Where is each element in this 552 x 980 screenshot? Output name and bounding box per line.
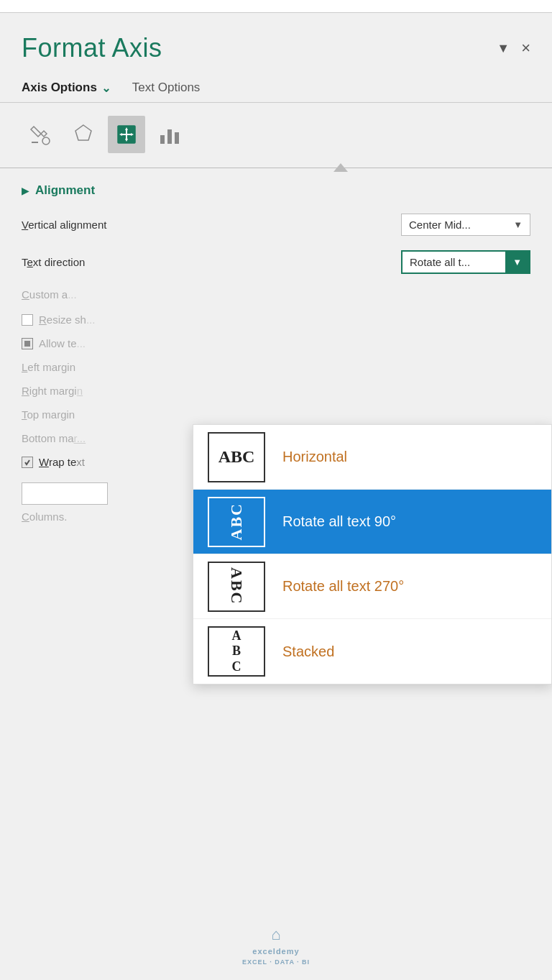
- section-collapse-arrow: ▶: [22, 185, 29, 196]
- icon-toolbar: [0, 103, 552, 160]
- axis-options-label: Axis Options: [22, 81, 97, 95]
- resize-shape-checkbox[interactable]: [22, 314, 33, 326]
- text-direction-dropdown-arrow: ▼: [505, 252, 529, 273]
- panel: Format Axis ▼ × Axis Options ⌄ Text Opti…: [0, 0, 552, 980]
- svg-rect-10: [167, 129, 172, 144]
- tab-text-options[interactable]: Text Options: [132, 73, 201, 102]
- dropdown-item-rotate270[interactable]: ABC Rotate all text 270°: [193, 554, 551, 619]
- allow-text-row: Allow te...: [22, 331, 530, 355]
- left-margin-row: Left margin: [22, 355, 530, 379]
- footer-watermark: ⌂ exceldemy EXCEL · DATA · BI: [242, 925, 310, 966]
- svg-rect-11: [175, 132, 179, 144]
- nav-tabs: Axis Options ⌄ Text Options: [0, 73, 552, 103]
- top-margin-label: Top margin: [22, 408, 75, 421]
- close-icon[interactable]: ×: [521, 39, 530, 58]
- resize-shape-row: Resize sh...: [22, 308, 530, 331]
- vertical-alignment-select[interactable]: Center Mid... ▼: [401, 214, 530, 236]
- section-title-alignment: Alignment: [35, 183, 95, 198]
- vertical-alignment-label: Vertical alignment: [22, 219, 106, 231]
- header-controls: ▼ ×: [497, 39, 530, 58]
- rotate270-label: Rotate all text 270°: [282, 578, 404, 595]
- svg-point-0: [42, 137, 50, 145]
- rotate90-label: Rotate all text 90°: [282, 513, 396, 530]
- top-margin-row: Top margin: [22, 403, 530, 426]
- dropdown-item-rotate90[interactable]: ABC Rotate all text 90°: [193, 490, 551, 554]
- fill-line-icon-button[interactable]: [22, 116, 59, 153]
- page-title: Format Axis: [22, 33, 162, 63]
- bottom-margin-label: Bottom mar...: [22, 432, 86, 444]
- allow-text-checkbox[interactable]: [22, 338, 33, 349]
- stacked-icon: A B C: [208, 626, 265, 677]
- wrap-text-checkbox[interactable]: [22, 457, 33, 468]
- watermark-icon: ⌂: [271, 925, 280, 944]
- svg-rect-12: [24, 341, 30, 347]
- custom-angle-label: Custom a...: [22, 288, 77, 301]
- text-direction-dropdown: ABC Horizontal ABC Rotate all text 90° A…: [193, 424, 552, 684]
- size-properties-icon-button[interactable]: [108, 116, 145, 153]
- right-margin-label: Right margin: [22, 385, 83, 397]
- text-direction-value: Rotate all t...: [402, 252, 505, 273]
- dropdown-item-horizontal[interactable]: ABC Horizontal: [193, 425, 551, 490]
- tab-axis-options[interactable]: Axis Options ⌄: [22, 73, 111, 102]
- header-dropdown-icon[interactable]: ▼: [497, 41, 510, 56]
- section-header-alignment[interactable]: ▶ Alignment: [22, 172, 530, 206]
- vertical-alignment-dropdown-arrow: ▼: [513, 219, 523, 230]
- dropdown-item-stacked[interactable]: A B C Stacked: [193, 619, 551, 684]
- columns-input[interactable]: [22, 482, 108, 505]
- custom-angle-row: Custom a...: [22, 281, 530, 308]
- stacked-label: Stacked: [282, 644, 334, 660]
- rotate270-icon: ABC: [208, 562, 265, 612]
- rotate90-icon: ABC: [208, 497, 265, 547]
- resize-shape-label: Resize sh...: [39, 313, 95, 326]
- top-bar: [0, 0, 552, 13]
- text-direction-label: Text direction: [22, 256, 85, 268]
- axis-options-icon-button[interactable]: [151, 116, 188, 153]
- vertical-alignment-row: Vertical alignment Center Mid... ▼: [22, 206, 530, 243]
- left-margin-label: Left margin: [22, 361, 75, 373]
- right-margin-row: Right margin: [22, 379, 530, 403]
- horizontal-icon: ABC: [208, 432, 265, 482]
- effects-icon-button[interactable]: [65, 116, 102, 153]
- horizontal-label: Horizontal: [282, 449, 347, 465]
- text-direction-select[interactable]: Rotate all t... ▼: [401, 250, 530, 274]
- svg-rect-9: [160, 135, 165, 144]
- vertical-alignment-value: Center Mid...: [409, 219, 471, 231]
- watermark-text-line1: exceldemy: [252, 947, 299, 956]
- watermark-text-line2: EXCEL · DATA · BI: [242, 958, 310, 966]
- header: Format Axis ▼ ×: [0, 13, 552, 73]
- wrap-text-label: Wrap text: [39, 456, 85, 468]
- axis-options-chevron: ⌄: [101, 81, 111, 95]
- text-direction-row: Text direction Rotate all t... ▼: [22, 243, 530, 281]
- allow-text-label: Allow te...: [39, 337, 86, 349]
- svg-marker-1: [75, 125, 91, 140]
- section-divider: [0, 163, 552, 172]
- text-options-label: Text Options: [132, 81, 201, 94]
